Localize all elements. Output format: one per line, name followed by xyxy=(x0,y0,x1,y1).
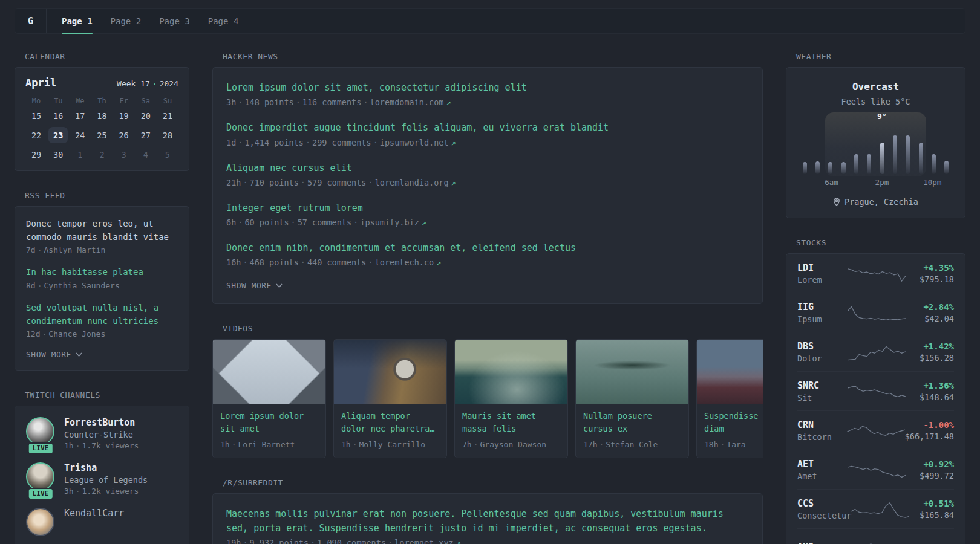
stock-change: +0.92% xyxy=(906,459,954,469)
video-thumbnail[interactable] xyxy=(334,340,446,404)
twitch-channel-name[interactable]: ForrestBurton xyxy=(64,417,139,428)
calendar-day[interactable]: 20 xyxy=(135,108,157,124)
rss-item: Donec tempor eros leo, ut commodo mauris… xyxy=(26,218,178,254)
weather-feels-like: Feels like 5°C xyxy=(799,97,953,106)
stock-price: $156.28 xyxy=(906,353,954,363)
rss-widget-label: RSS FEED xyxy=(25,191,189,200)
calendar-weekday: Su xyxy=(157,97,178,108)
calendar-day[interactable]: 16 xyxy=(47,108,69,124)
calendar-day[interactable]: 30 xyxy=(47,146,69,163)
calendar-day[interactable]: 28 xyxy=(157,127,178,143)
stock-symbol[interactable]: SNRC xyxy=(797,380,848,391)
twitch-avatar-wrap: LIVE xyxy=(26,462,55,496)
story-title[interactable]: Lorem ipsum dolor sit amet, consectetur … xyxy=(226,81,749,95)
video-title[interactable]: Lorem ipsum dolor sit amet consectetu… xyxy=(220,410,318,435)
video-thumbnail[interactable] xyxy=(455,340,567,404)
calendar-day[interactable]: 22 xyxy=(25,127,47,143)
story-domain-link[interactable]: loremlandia.org xyxy=(375,178,449,187)
video-meta: 1h·Molly Carrillo xyxy=(341,440,439,449)
hackernews-widget-label: HACKER NEWS xyxy=(223,52,763,61)
stock-change: +2.84% xyxy=(906,302,954,312)
video-title[interactable]: Aliquam tempor dolor nec pharetra… xyxy=(341,410,439,435)
calendar-day[interactable]: 26 xyxy=(113,127,135,143)
video-author[interactable]: Lori Barnett xyxy=(238,440,295,449)
calendar-day[interactable]: 4 xyxy=(135,146,157,163)
calendar-day[interactable]: 15 xyxy=(25,108,47,124)
video-author[interactable]: Grayson Dawson xyxy=(480,440,546,449)
stock-sparkline xyxy=(848,303,906,323)
calendar-day[interactable]: 5 xyxy=(157,146,178,163)
story-domain-link[interactable]: loremdomain.com xyxy=(370,97,444,107)
avatar[interactable] xyxy=(26,462,54,491)
avatar[interactable] xyxy=(26,508,54,536)
story-title[interactable]: Integer eget rutrum lorem xyxy=(226,201,749,215)
stock-symbol[interactable]: AHS xyxy=(797,542,848,544)
calendar-day[interactable]: 27 xyxy=(135,127,157,143)
video-author[interactable]: Molly Carrillo xyxy=(359,440,425,449)
avatar[interactable] xyxy=(26,417,54,445)
rss-item-title[interactable]: In hac habitasse platea xyxy=(26,266,178,279)
video-title[interactable]: Nullam posuere cursus ex xyxy=(583,410,681,435)
hackernews-show-more-button[interactable]: SHOW MORE xyxy=(226,281,749,290)
twitch-channel-category[interactable]: League of Legends xyxy=(64,475,148,485)
rss-item-title[interactable]: Donec tempor eros leo, ut commodo mauris… xyxy=(26,218,178,244)
rss-show-more-button[interactable]: SHOW MORE xyxy=(26,350,178,359)
stock-change: +4.35% xyxy=(906,263,954,273)
calendar-day[interactable]: 19 xyxy=(113,108,135,124)
calendar-day[interactable]: 21 xyxy=(157,108,178,124)
post-domain-link[interactable]: loremnet.xyz xyxy=(394,538,454,544)
calendar-day[interactable]: 17 xyxy=(69,108,91,124)
stock-identity: DBS Dolor xyxy=(797,341,848,363)
calendar-day[interactable]: 3 xyxy=(113,146,135,163)
calendar-day[interactable]: 29 xyxy=(25,146,47,163)
twitch-channel-name[interactable]: KendallCarr xyxy=(64,508,124,519)
weather-bar xyxy=(944,161,949,174)
stock-symbol[interactable]: IIG xyxy=(797,302,848,312)
story-domain-link[interactable]: loremtech.co xyxy=(375,257,434,267)
video-title[interactable]: Suspendisse diam xyxy=(704,410,763,435)
video-meta: 18h·Tara xyxy=(704,440,763,449)
page-tab[interactable]: Page 3 xyxy=(150,9,199,33)
video-card-body: Aliquam tempor dolor nec pharetra… 1h·Mo… xyxy=(334,404,446,458)
story-row: Lorem ipsum dolor sit amet, consectetur … xyxy=(226,81,749,107)
stock-price: $499.72 xyxy=(906,471,954,481)
video-thumbnail[interactable] xyxy=(213,340,325,404)
rss-item-title[interactable]: Sed volutpat nulla nisl, a condimentum n… xyxy=(26,302,178,328)
video-title[interactable]: Mauris sit amet massa felis xyxy=(462,410,560,435)
story-title[interactable]: Donec enim nibh, condimentum et accumsan… xyxy=(226,241,749,255)
calendar-day[interactable]: 24 xyxy=(69,127,91,143)
stock-symbol[interactable]: LDI xyxy=(797,262,848,273)
weather-bar xyxy=(906,135,910,174)
twitch-channel-name[interactable]: Trisha xyxy=(64,462,148,473)
story-domain-link[interactable]: ipsumworld.net xyxy=(380,138,449,147)
post-title[interactable]: Maecenas mollis pulvinar erat non posuer… xyxy=(226,507,749,536)
video-thumbnail[interactable] xyxy=(697,340,763,404)
video-thumbnail[interactable] xyxy=(576,340,688,404)
calendar-day[interactable]: 18 xyxy=(91,108,113,124)
calendar-day[interactable]: 1 xyxy=(69,146,91,163)
stock-name: Lorem xyxy=(797,275,848,285)
page-tab[interactable]: Page 2 xyxy=(102,9,151,33)
dot-separator: · xyxy=(152,79,157,88)
dot-separator: · xyxy=(238,138,243,147)
twitch-channel-info: ForrestBurton Counter-Strike 1h·1.7k vie… xyxy=(64,417,139,450)
calendar-day[interactable]: 2 xyxy=(91,146,113,163)
story-domain-link[interactable]: ipsumify.biz xyxy=(360,218,419,227)
stock-symbol[interactable]: CCS xyxy=(797,498,851,509)
calendar-day[interactable]: 25 xyxy=(91,127,113,143)
external-link-icon: ↗ xyxy=(436,257,441,267)
calendar-weekday: Th xyxy=(91,97,113,108)
story-title[interactable]: Donec imperdiet augue tincidunt felis al… xyxy=(226,121,749,135)
page-tab[interactable]: Page 1 xyxy=(53,9,102,33)
page-tab[interactable]: Page 4 xyxy=(199,9,248,33)
stock-symbol[interactable]: CRN xyxy=(797,419,847,430)
story-title[interactable]: Aliquam nec cursus elit xyxy=(226,161,749,175)
video-author[interactable]: Tara xyxy=(727,440,745,449)
twitch-channel-category[interactable]: Counter-Strike xyxy=(64,430,139,439)
video-author[interactable]: Stefan Cole xyxy=(606,440,658,449)
stock-symbol[interactable]: DBS xyxy=(797,341,848,352)
stock-symbol[interactable]: AET xyxy=(797,459,848,470)
calendar-day[interactable]: 23 xyxy=(47,127,69,143)
subreddit-widget-label: /R/SUBREDDIT xyxy=(223,478,763,487)
app-logo[interactable]: G xyxy=(15,9,47,33)
